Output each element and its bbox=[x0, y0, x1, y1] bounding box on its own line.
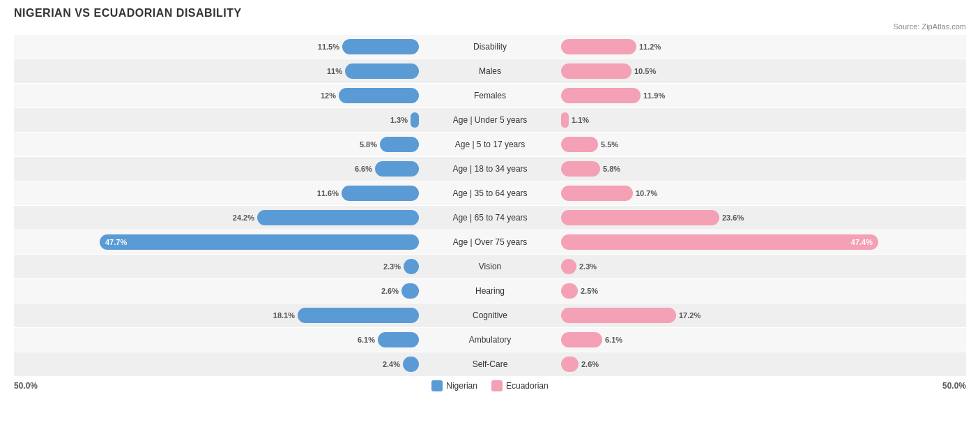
bar-left: 2.3% bbox=[14, 259, 420, 274]
row-label: Age | 65 to 74 years bbox=[420, 213, 560, 223]
bar-value-left: 18.1% bbox=[273, 311, 295, 320]
bar-right: 17.2% bbox=[560, 308, 966, 323]
bar-value-right: 23.6% bbox=[722, 214, 744, 222]
table-row: 1.3%Age | Under 5 years1.1% bbox=[14, 108, 966, 132]
chart-container: 11.5%Disability11.2%11%Males10.5%12%Fema… bbox=[14, 35, 966, 376]
bar-left: 12% bbox=[14, 88, 420, 103]
table-row: 11.6%Age | 35 to 64 years10.7% bbox=[14, 181, 966, 205]
bar-value-left: 6.6% bbox=[355, 165, 372, 173]
table-row: 2.3%Vision2.3% bbox=[14, 255, 966, 278]
legend-color bbox=[431, 380, 443, 391]
table-row: 2.6%Hearing2.5% bbox=[14, 279, 966, 303]
bar-value-left: 2.6% bbox=[381, 287, 399, 295]
bar-value-right: 10.5% bbox=[634, 67, 656, 75]
bar-value-right: 17.2% bbox=[679, 311, 700, 320]
row-label: Age | 5 to 17 years bbox=[420, 140, 560, 149]
bar-value-right: 11.2% bbox=[639, 43, 661, 51]
bar-left: 11% bbox=[14, 63, 420, 79]
legend-item: Nigerian bbox=[431, 380, 477, 391]
bar-value-right: 6.1% bbox=[605, 336, 622, 344]
row-label: Cognitive bbox=[420, 310, 560, 320]
bar-value-left: 11.6% bbox=[317, 189, 339, 197]
table-row: 18.1%Cognitive17.2% bbox=[14, 304, 966, 327]
table-row: 12%Females11.9% bbox=[14, 84, 966, 107]
bar-value-right: 5.8% bbox=[603, 165, 620, 173]
bar-left: 2.4% bbox=[14, 357, 420, 372]
bar-right: 23.6% bbox=[560, 210, 966, 225]
bar-value-right: 2.3% bbox=[579, 262, 597, 271]
bar-value-left: 1.3% bbox=[390, 116, 408, 124]
table-row: 47.7%Age | Over 75 years47.4% bbox=[14, 230, 966, 254]
bar-left: 11.5% bbox=[14, 39, 420, 54]
legend-color bbox=[491, 380, 503, 391]
bar-value-left: 47.7% bbox=[105, 238, 127, 246]
table-row: 6.1%Ambulatory6.1% bbox=[14, 328, 966, 352]
footer: 50.0% NigerianEcuadorian 50.0% bbox=[14, 380, 966, 391]
row-label: Age | Over 75 years bbox=[420, 237, 560, 247]
row-label: Males bbox=[420, 66, 560, 76]
bar-left: 2.6% bbox=[14, 283, 420, 299]
bar-value-left: 5.8% bbox=[360, 140, 377, 149]
bar-value-right: 2.6% bbox=[581, 360, 599, 368]
bar-right: 11.9% bbox=[560, 88, 966, 103]
table-row: 2.4%Self-Care2.6% bbox=[14, 352, 966, 376]
bar-left: 6.6% bbox=[14, 161, 420, 177]
row-label: Self-Care bbox=[420, 359, 560, 369]
bar-right: 6.1% bbox=[560, 332, 966, 347]
row-label: Ambulatory bbox=[420, 335, 560, 345]
bar-left: 5.8% bbox=[14, 137, 420, 152]
bar-right: 10.7% bbox=[560, 186, 966, 201]
table-row: 11%Males10.5% bbox=[14, 59, 966, 83]
bar-value-left: 2.3% bbox=[383, 262, 401, 271]
source-label: Source: ZipAtlas.com bbox=[14, 22, 966, 31]
bar-value-right: 10.7% bbox=[636, 189, 657, 197]
bar-right: 5.5% bbox=[560, 137, 966, 152]
bar-left: 1.3% bbox=[14, 112, 420, 128]
row-label: Females bbox=[420, 91, 560, 100]
table-row: 6.6%Age | 18 to 34 years5.8% bbox=[14, 157, 966, 181]
legend-label: Ecuadorian bbox=[506, 381, 549, 391]
bar-value-right: 5.5% bbox=[601, 140, 618, 149]
bar-left: 11.6% bbox=[14, 186, 420, 201]
row-label: Disability bbox=[420, 42, 560, 52]
row-label: Age | Under 5 years bbox=[420, 115, 560, 125]
bar-value-left: 11% bbox=[327, 67, 342, 75]
table-row: 11.5%Disability11.2% bbox=[14, 35, 966, 59]
row-label: Age | 35 to 64 years bbox=[420, 188, 560, 198]
table-row: 5.8%Age | 5 to 17 years5.5% bbox=[14, 133, 966, 156]
row-label: Age | 18 to 34 years bbox=[420, 164, 560, 174]
bar-right: 10.5% bbox=[560, 63, 966, 79]
table-row: 24.2%Age | 65 to 74 years23.6% bbox=[14, 206, 966, 230]
legend-label: Nigerian bbox=[446, 381, 477, 391]
axis-left-label: 50.0% bbox=[14, 381, 38, 391]
bar-value-left: 2.4% bbox=[383, 360, 400, 368]
bar-left: 24.2% bbox=[14, 210, 420, 225]
legend: NigerianEcuadorian bbox=[431, 380, 548, 391]
bar-value-left: 6.1% bbox=[358, 336, 375, 344]
bar-right: 2.3% bbox=[560, 259, 966, 274]
page-title: NIGERIAN VS ECUADORIAN DISABILITY bbox=[14, 7, 966, 20]
bar-right: 1.1% bbox=[560, 112, 966, 128]
bar-value-right: 2.5% bbox=[581, 287, 598, 295]
bar-right: 2.6% bbox=[560, 357, 966, 372]
row-label: Vision bbox=[420, 262, 560, 271]
bar-right: 47.4% bbox=[560, 234, 966, 250]
bar-value-right: 11.9% bbox=[643, 91, 665, 100]
bar-right: 2.5% bbox=[560, 283, 966, 299]
bar-value-right: 47.4% bbox=[851, 238, 873, 246]
bar-right: 11.2% bbox=[560, 39, 966, 54]
bar-value-left: 11.5% bbox=[318, 43, 339, 51]
bar-left: 47.7% bbox=[14, 234, 420, 250]
bar-value-left: 24.2% bbox=[233, 214, 254, 222]
bar-left: 18.1% bbox=[14, 308, 420, 323]
axis-right-label: 50.0% bbox=[942, 381, 966, 391]
row-label: Hearing bbox=[420, 286, 560, 296]
bar-left: 6.1% bbox=[14, 332, 420, 347]
bar-value-right: 1.1% bbox=[572, 116, 589, 124]
bar-value-left: 12% bbox=[321, 91, 336, 100]
legend-item: Ecuadorian bbox=[491, 380, 549, 391]
bar-right: 5.8% bbox=[560, 161, 966, 177]
